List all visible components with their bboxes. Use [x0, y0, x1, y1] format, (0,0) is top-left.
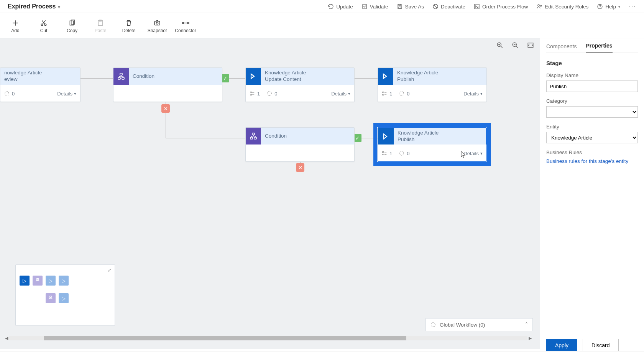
- scroll-left-icon[interactable]: ◀: [4, 336, 9, 341]
- minimap-stage[interactable]: ▷: [59, 276, 69, 286]
- svg-rect-4: [475, 4, 479, 9]
- svg-rect-2: [399, 4, 401, 5]
- global-workflow-bar[interactable]: Global Workflow (0) ˄: [426, 318, 533, 331]
- svg-rect-24: [122, 77, 124, 79]
- display-name-input[interactable]: [546, 80, 638, 92]
- svg-rect-1: [399, 7, 401, 8]
- update-button[interactable]: Update: [328, 3, 353, 10]
- trigger-count: 0: [399, 151, 409, 156]
- scroll-thumb[interactable]: [44, 336, 406, 340]
- canvas-tools: [496, 41, 534, 49]
- paste-label: Paste: [95, 28, 107, 33]
- command-bar: Update Validate Save As Deactivate Order…: [328, 0, 636, 13]
- connector-button[interactable]: Connector: [175, 18, 196, 33]
- snapshot-button[interactable]: Snapshot: [146, 18, 168, 33]
- tab-properties[interactable]: Properties: [586, 43, 612, 53]
- plus-icon: [5, 18, 26, 28]
- save-as-button[interactable]: Save As: [397, 3, 424, 10]
- order-icon: [474, 3, 480, 10]
- svg-point-27: [268, 92, 272, 96]
- stage-icon: [246, 68, 261, 85]
- delete-button[interactable]: Delete: [118, 18, 140, 33]
- zoom-out-button[interactable]: [511, 41, 519, 49]
- scroll-right-icon[interactable]: ▶: [527, 336, 533, 341]
- chevron-down-icon: ▾: [480, 151, 483, 156]
- minimap-condition[interactable]: [33, 276, 43, 286]
- edit-roles-button[interactable]: Edit Security Roles: [536, 3, 588, 10]
- stage-card-publish-selected[interactable]: Knowledge Article Publish 1 0 Details ▾: [378, 127, 487, 162]
- condition-card-2[interactable]: Condition: [245, 127, 355, 162]
- stage-name-label: Update Content: [265, 76, 350, 83]
- category-select[interactable]: [546, 106, 638, 118]
- fit-button[interactable]: [527, 41, 534, 49]
- details-toggle[interactable]: Details ▾: [463, 91, 483, 97]
- minimap-condition[interactable]: [46, 293, 56, 303]
- minimap-stage[interactable]: ▷: [20, 276, 30, 286]
- svg-rect-37: [37, 278, 38, 280]
- copy-icon: [61, 18, 83, 28]
- add-label: Add: [11, 28, 19, 33]
- more-button[interactable]: ⋯: [629, 2, 636, 11]
- add-button[interactable]: Add: [5, 18, 26, 33]
- stage-card-review[interactable]: nowledge Article eview 0 Details ▾: [0, 67, 80, 102]
- step-count: 1: [250, 91, 260, 97]
- save-icon: [397, 3, 403, 10]
- copy-button[interactable]: Copy: [61, 18, 83, 33]
- condition-icon: [246, 128, 261, 145]
- count-value: 1: [389, 151, 392, 156]
- help-button[interactable]: Help ▾: [597, 3, 620, 10]
- discard-button[interactable]: Discard: [583, 339, 618, 352]
- svg-rect-0: [363, 4, 366, 9]
- display-name-label: Display Name: [546, 72, 638, 78]
- cut-button[interactable]: Cut: [33, 18, 54, 33]
- expand-icon[interactable]: ⤢: [107, 267, 112, 273]
- deactivate-button[interactable]: Deactivate: [432, 3, 465, 10]
- svg-point-9: [44, 24, 46, 26]
- details-toggle[interactable]: Details ▾: [331, 91, 350, 97]
- stage-name-label: Publish: [397, 76, 483, 83]
- process-title-text: Expired Process: [8, 3, 56, 10]
- svg-point-30: [400, 92, 404, 96]
- details-toggle[interactable]: Details ▾: [463, 151, 483, 156]
- minimap[interactable]: ⤢ ▷ ▷ ▷ ▷: [15, 264, 115, 326]
- business-rules-link[interactable]: Business rules for this stage's entity: [546, 158, 628, 164]
- apply-button[interactable]: Apply: [546, 339, 577, 352]
- condition-label: Condition: [265, 133, 350, 140]
- stage-card-update[interactable]: Knowledge Article Update Content 1 0 Det…: [245, 67, 355, 102]
- canvas[interactable]: ✓ ✕ ✓ ✕ nowledge Article eview 0 Details…: [0, 38, 540, 349]
- condition-icon: [113, 68, 129, 85]
- step-count: 1: [382, 151, 392, 156]
- minimap-stage[interactable]: ▷: [46, 276, 56, 286]
- svg-rect-38: [50, 296, 51, 297]
- svg-point-21: [5, 92, 9, 96]
- svg-point-17: [187, 22, 189, 24]
- svg-rect-33: [254, 137, 256, 139]
- zoom-in-button[interactable]: [496, 41, 504, 49]
- stage-card-publish-top[interactable]: Knowledge Article Publish 1 0 Details ▾: [378, 67, 487, 102]
- scroll-track[interactable]: [9, 336, 527, 340]
- snapshot-label: Snapshot: [148, 28, 167, 33]
- x-badge-icon: ✕: [296, 163, 304, 172]
- svg-rect-28: [383, 92, 384, 93]
- svg-rect-22: [120, 73, 122, 75]
- details-toggle[interactable]: Details ▾: [57, 91, 76, 97]
- process-title[interactable]: Expired Process ▾: [8, 3, 60, 10]
- camera-icon: [146, 18, 168, 28]
- count-value: 0: [12, 91, 15, 97]
- refresh-icon: [328, 3, 334, 10]
- validate-button[interactable]: Validate: [361, 3, 388, 10]
- deactivate-label: Deactivate: [441, 4, 465, 10]
- connector-line: [80, 78, 113, 79]
- svg-rect-14: [154, 21, 160, 25]
- minimap-stage[interactable]: ▷: [59, 293, 69, 303]
- paste-icon: [90, 18, 111, 28]
- copy-label: Copy: [67, 28, 77, 33]
- trigger-count: 0: [399, 91, 409, 97]
- svg-rect-23: [118, 77, 120, 79]
- help-icon: [597, 3, 603, 10]
- order-flow-button[interactable]: Order Process Flow: [474, 3, 528, 10]
- condition-card-1[interactable]: Condition: [113, 67, 222, 102]
- tab-components[interactable]: Components: [546, 43, 577, 53]
- entity-select[interactable]: Knowledge Article: [546, 132, 638, 143]
- horizontal-scrollbar[interactable]: ◀ ▶: [4, 335, 533, 341]
